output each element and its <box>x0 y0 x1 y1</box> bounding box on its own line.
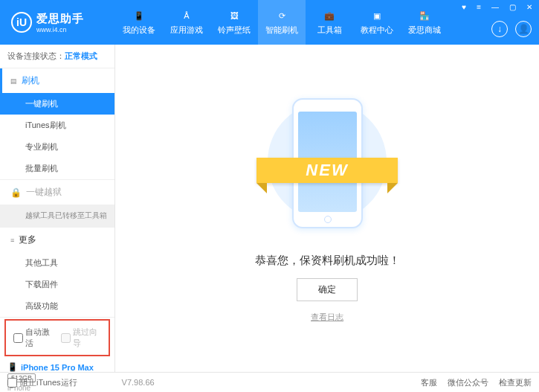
nav-smart-flash[interactable]: ⟳智能刷机 <box>258 0 306 45</box>
device-name[interactable]: 📱 iPhone 15 Pro Max <box>7 362 107 372</box>
footer-support[interactable]: 客服 <box>421 377 437 388</box>
nav-store[interactable]: 🏪爱思商城 <box>401 0 448 45</box>
sidebar-item-itunes-flash[interactable]: iTunes刷机 <box>0 115 114 136</box>
app-title: 爱思助手 <box>36 12 84 26</box>
logo-area: iU 爱思助手 www.i4.cn <box>0 12 115 33</box>
auto-activate-checkbox[interactable]: 自动激活 <box>13 327 54 349</box>
minimize-button[interactable]: — <box>489 3 501 11</box>
book-icon: ▣ <box>370 9 384 22</box>
sidebar-item-batch-flash[interactable]: 批量刷机 <box>0 158 114 179</box>
main-content: NEW 恭喜您，保资料刷机成功啦！ 确定 查看日志 <box>115 45 539 372</box>
collapse-icon: ▤ <box>10 77 17 85</box>
download-button[interactable]: ↓ <box>491 21 508 37</box>
top-nav: 📱我的设备 Å应用游戏 🖼铃声壁纸 ⟳智能刷机 💼工具箱 ▣教程中心 🏪爱思商城 <box>115 0 448 45</box>
sidebar-item-advanced[interactable]: 高级功能 <box>0 295 114 317</box>
nav-apps-games[interactable]: Å应用游戏 <box>163 0 210 45</box>
nav-toolbox[interactable]: 💼工具箱 <box>306 0 353 45</box>
sidebar-item-oneclick-flash[interactable]: 一键刷机 <box>0 93 114 115</box>
nav-my-device[interactable]: 📱我的设备 <box>115 0 163 45</box>
toolbox-icon: 💼 <box>323 9 336 22</box>
app-header: iU 爱思助手 www.i4.cn 📱我的设备 Å应用游戏 🖼铃声壁纸 ⟳智能刷… <box>0 0 539 45</box>
maximize-button[interactable]: ▢ <box>507 3 518 11</box>
nav-tutorials[interactable]: ▣教程中心 <box>353 0 401 45</box>
sidebar-item-download-firmware[interactable]: 下载固件 <box>0 274 114 295</box>
jailbreak-note: 越狱工具已转移至工具箱 <box>0 205 114 227</box>
sidebar-cat-jailbreak[interactable]: 🔒 一键越狱 <box>0 180 114 205</box>
sidebar: 设备连接状态：正常模式 ▤ 刷机 一键刷机 iTunes刷机 专业刷机 批量刷机… <box>0 45 115 372</box>
logo-icon: iU <box>11 12 32 33</box>
collapse-icon: ≡ <box>10 237 14 244</box>
ok-button[interactable]: 确定 <box>297 278 358 301</box>
app-url: www.i4.cn <box>36 26 84 33</box>
refresh-icon: ⟳ <box>275 9 288 22</box>
nav-ringtone-wallpaper[interactable]: 🖼铃声壁纸 <box>210 0 258 45</box>
sidebar-item-other-tools[interactable]: 其他工具 <box>0 252 114 274</box>
version-label: V7.98.66 <box>122 378 155 387</box>
window-controls: ♥ ≡ — ▢ ✕ <box>459 3 535 11</box>
success-message: 恭喜您，保资料刷机成功啦！ <box>255 254 400 268</box>
phone-illustration: NEW <box>271 94 383 236</box>
close-button[interactable]: ✕ <box>524 3 535 11</box>
footer-check-update[interactable]: 检查更新 <box>499 377 532 388</box>
user-button[interactable]: 👤 <box>515 21 532 37</box>
apps-icon: Å <box>180 9 193 22</box>
view-log-link[interactable]: 查看日志 <box>311 312 343 323</box>
phone-icon: 📱 <box>132 9 146 22</box>
sidebar-cat-more[interactable]: ≡ 更多 <box>0 228 114 252</box>
block-itunes-checkbox[interactable]: 阻止iTunes运行 <box>7 377 77 388</box>
sidebar-cat-flash[interactable]: ▤ 刷机 <box>0 68 114 93</box>
connection-status: 设备连接状态：正常模式 <box>0 45 114 68</box>
sidebar-item-pro-flash[interactable]: 专业刷机 <box>0 136 114 158</box>
options-row: 自动激活 跳过向导 <box>4 319 110 356</box>
footer-wechat[interactable]: 微信公众号 <box>448 377 488 388</box>
store-icon: 🏪 <box>418 9 431 22</box>
phone-icon: 📱 <box>7 362 18 372</box>
menu-icon[interactable]: ♥ <box>459 3 468 11</box>
settings-icon[interactable]: ≡ <box>474 3 483 11</box>
skip-guide-checkbox[interactable]: 跳过向导 <box>61 327 101 349</box>
image-icon: 🖼 <box>227 9 241 22</box>
new-banner: NEW <box>256 158 398 183</box>
lock-icon: 🔒 <box>10 187 22 198</box>
